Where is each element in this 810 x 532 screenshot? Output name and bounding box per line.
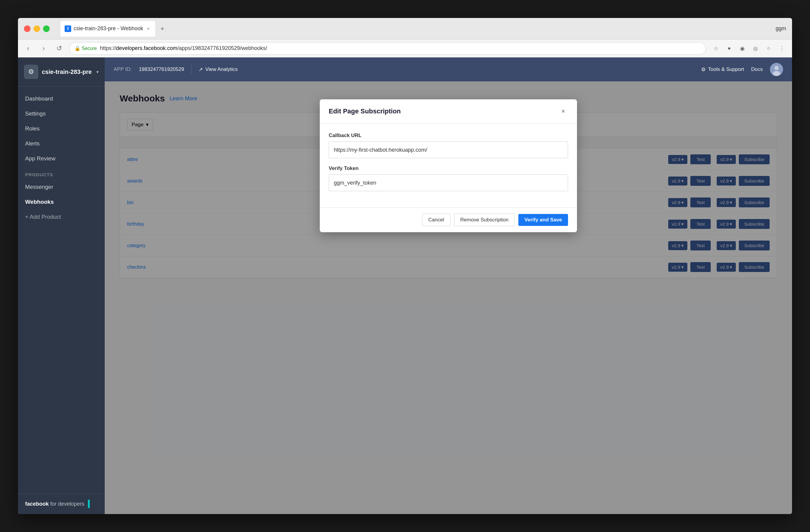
view-analytics-button[interactable]: ↗ View Analytics <box>199 66 238 73</box>
sidebar: ⚙ csie-train-283-pre ▾ Dashboard Setting… <box>18 58 105 514</box>
products-section-label: PRODUCTS <box>18 166 105 179</box>
close-traffic-light[interactable] <box>24 26 31 32</box>
sidebar-item-webhooks[interactable]: Webhooks <box>18 194 105 209</box>
modal-footer: Cancel Remove Subscription Verify and Sa… <box>320 207 577 232</box>
svg-point-1 <box>774 66 779 70</box>
verify-token-label: Verify Token <box>329 165 568 172</box>
tab-close-button[interactable]: × <box>146 26 151 31</box>
url-protocol: https:// <box>100 45 116 51</box>
extension-icon-4[interactable]: ○ <box>763 43 774 54</box>
tab-title: csie-train-283-pre - Webhook <box>74 26 143 32</box>
webhooks-page: Webhooks Learn More Page ▾ <box>105 81 792 514</box>
maximize-traffic-light[interactable] <box>43 26 50 32</box>
modal-close-button[interactable]: × <box>558 107 568 116</box>
app-id-value: 1983247761920529 <box>139 66 184 72</box>
url-text: https://developers.facebook.com/apps/198… <box>100 45 267 51</box>
header-avatar <box>770 63 783 76</box>
secure-badge: 🔒 Secure <box>75 46 97 51</box>
analytics-label: View Analytics <box>205 66 238 72</box>
sidebar-app-name: csie-train-283-pre <box>42 68 93 76</box>
app-id-label: APP ID: <box>114 66 132 72</box>
secure-label: Secure <box>82 46 97 51</box>
user-initials: ggm <box>776 26 786 32</box>
tools-label: Tools & Support <box>708 66 744 72</box>
callback-url-label: Callback URL <box>329 132 568 139</box>
modal-header: Edit Page Subscription × <box>320 99 577 124</box>
address-bar-row: ‹ › ↺ 🔒 Secure https://developers.facebo… <box>18 39 792 58</box>
sidebar-item-roles[interactable]: Roles <box>18 121 105 136</box>
sidebar-item-settings[interactable]: Settings <box>18 106 105 121</box>
tools-support-button[interactable]: ⚙ Tools & Support <box>701 66 744 73</box>
docs-link[interactable]: Docs <box>751 66 763 72</box>
app-container: ⚙ csie-train-283-pre ▾ Dashboard Setting… <box>18 58 792 514</box>
modal-body: Callback URL Verify Token <box>320 124 577 207</box>
add-product-button[interactable]: + Add Product <box>18 209 105 224</box>
sidebar-item-app-review[interactable]: App Review <box>18 151 105 166</box>
extension-icon-3[interactable]: ◎ <box>750 43 761 54</box>
minimize-traffic-light[interactable] <box>33 26 40 32</box>
extension-icon-1[interactable]: ● <box>724 43 735 54</box>
footer-bar <box>88 500 90 508</box>
extension-icon-2[interactable]: ◉ <box>737 43 748 54</box>
tab-bar: f csie-train-283-pre - Webhook × + <box>61 21 771 36</box>
active-tab[interactable]: f csie-train-283-pre - Webhook × <box>61 21 155 36</box>
footer-brand: facebook for developers <box>25 501 84 507</box>
sidebar-header: ⚙ csie-train-283-pre ▾ <box>18 58 105 86</box>
analytics-icon: ↗ <box>199 66 203 73</box>
app-header: APP ID: 1983247761920529 ↗ View Analytic… <box>105 58 792 81</box>
verify-token-input[interactable] <box>329 175 568 191</box>
header-right: ⚙ Tools & Support Docs <box>701 63 783 76</box>
sidebar-chevron[interactable]: ▾ <box>96 69 99 75</box>
traffic-lights <box>24 26 50 32</box>
sidebar-item-messenger[interactable]: Messenger <box>18 179 105 194</box>
forward-button[interactable]: › <box>38 43 49 54</box>
address-icons: ☆ ● ◉ ◎ ○ ⋮ <box>711 43 787 54</box>
remove-subscription-button[interactable]: Remove Subscription <box>454 214 515 226</box>
verify-and-save-button[interactable]: Verify and Save <box>518 214 568 226</box>
back-button[interactable]: ‹ <box>23 43 33 54</box>
callback-url-input[interactable] <box>329 142 568 158</box>
url-domain: developers.facebook.com <box>116 45 177 51</box>
bookmark-icon[interactable]: ☆ <box>711 43 722 54</box>
edit-subscription-modal: Edit Page Subscription × Callback URL Ve… <box>320 99 577 232</box>
refresh-button[interactable]: ↺ <box>54 43 65 54</box>
tab-favicon: f <box>65 26 71 32</box>
more-options-icon[interactable]: ⋮ <box>777 43 787 54</box>
tools-icon: ⚙ <box>701 66 706 73</box>
new-tab-button[interactable]: + <box>157 23 168 34</box>
browser-window: f csie-train-283-pre - Webhook × + ggm ‹… <box>18 18 792 514</box>
main-content: APP ID: 1983247761920529 ↗ View Analytic… <box>105 58 792 514</box>
cancel-button[interactable]: Cancel <box>422 214 451 226</box>
title-bar: f csie-train-283-pre - Webhook × + ggm <box>18 18 792 39</box>
modal-title: Edit Page Subscription <box>329 108 401 115</box>
modal-overlay: Edit Page Subscription × Callback URL Ve… <box>105 81 792 514</box>
sidebar-footer: facebook for developers <box>18 494 105 514</box>
address-bar[interactable]: 🔒 Secure https://developers.facebook.com… <box>69 42 706 55</box>
sidebar-item-dashboard[interactable]: Dashboard <box>18 91 105 106</box>
url-path: /apps/1983247761920529/webhooks/ <box>177 45 267 51</box>
sidebar-nav: Dashboard Settings Roles Alerts App Revi… <box>18 86 105 494</box>
sidebar-logo: ⚙ <box>24 65 38 79</box>
sidebar-item-alerts[interactable]: Alerts <box>18 136 105 151</box>
